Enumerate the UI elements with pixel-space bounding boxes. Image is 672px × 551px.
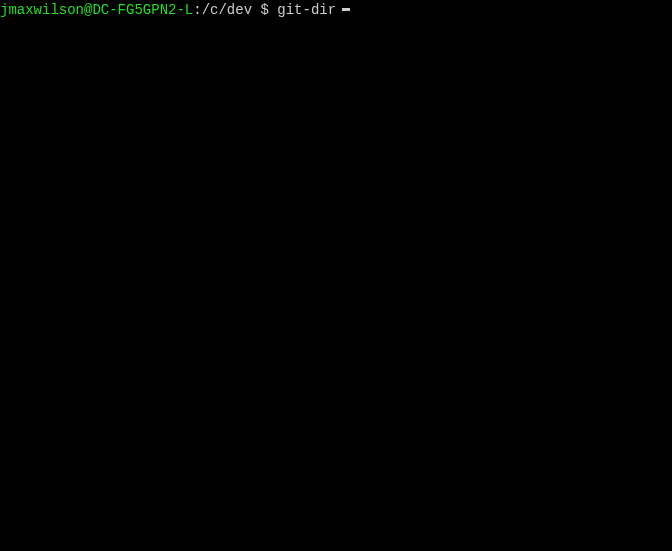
command-input[interactable]: git-dir — [277, 2, 336, 19]
prompt-line: jmaxwilson@DC-FG5GPN2-L:/c/dev $ git-dir — [0, 2, 672, 19]
current-path: /c/dev — [202, 2, 252, 19]
prompt-symbol: $ — [252, 2, 277, 19]
user-host: jmaxwilson@DC-FG5GPN2-L — [0, 2, 193, 19]
terminal-window[interactable]: jmaxwilson@DC-FG5GPN2-L:/c/dev $ git-dir — [0, 0, 672, 551]
cursor-icon — [342, 8, 350, 11]
prompt-colon: : — [193, 2, 201, 19]
